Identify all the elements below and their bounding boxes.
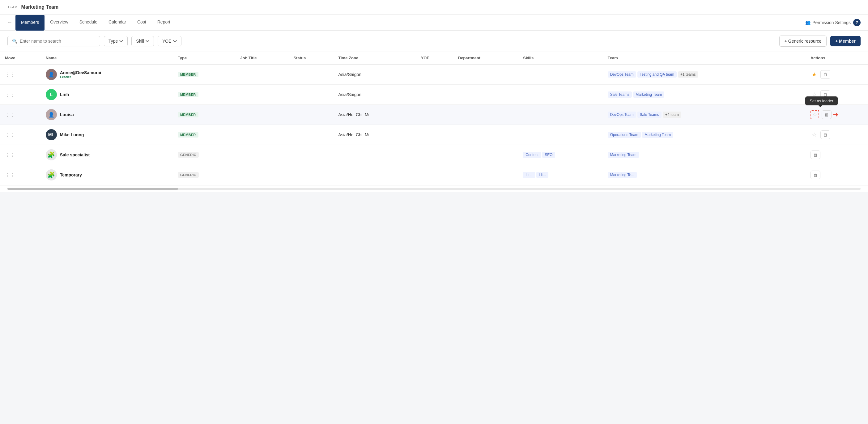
avatar: L — [46, 89, 57, 100]
drag-cell: ⋮⋮ — [0, 64, 41, 85]
drag-handle[interactable]: ⋮⋮ — [5, 152, 15, 158]
col-jobtitle: Job Title — [235, 52, 288, 64]
generic-resource-button[interactable]: + Generic resource — [779, 36, 827, 47]
skills-td: ContentSEO — [518, 145, 602, 165]
drag-handle[interactable]: ⋮⋮ — [5, 172, 15, 178]
skill-filter-button[interactable]: Skill — [131, 36, 154, 46]
member-name: Annie@DevSamurai — [60, 70, 101, 75]
skill-tag: Content — [523, 152, 541, 158]
col-skills: Skills — [518, 52, 602, 64]
table-header-row: Move Name Type Job Title Status Time Zon… — [0, 52, 868, 64]
department-cell — [453, 64, 518, 85]
team-tag: DevOps Team — [608, 111, 636, 118]
drag-handle[interactable]: ⋮⋮ — [5, 132, 15, 137]
type-cell: GENERIC — [173, 165, 235, 185]
team-tag: Testing and QA team — [638, 71, 677, 77]
permission-settings-button[interactable]: 👥 Permission Settings — [805, 20, 851, 25]
teams-td: Sale TeamsMarketing Team — [603, 85, 806, 105]
arrow-indicator: ➜ — [833, 111, 838, 119]
tab-report[interactable]: Report — [152, 14, 176, 30]
tab-cost[interactable]: Cost — [132, 14, 152, 30]
delete-button[interactable]: 🗑 — [820, 70, 830, 79]
department-cell — [453, 125, 518, 145]
search-icon: 🔍 — [12, 39, 17, 43]
table-row: ⋮⋮ ML Mike Luong MEMBER Asia/Ho_Chi_Mi O… — [0, 125, 868, 145]
team-title: Marketing Team — [21, 4, 59, 10]
back-button[interactable]: ← — [7, 15, 16, 30]
name-info: Sale specialist — [60, 152, 90, 157]
nav-bar: ← Members Overview Schedule Calendar Cos… — [0, 14, 868, 31]
jobtitle-cell — [235, 125, 288, 145]
scroll-thumb — [7, 188, 178, 190]
name-cell: L Linh — [41, 85, 173, 105]
col-timezone: Time Zone — [333, 52, 416, 64]
col-type: Type — [173, 52, 235, 64]
col-department: Department — [453, 52, 518, 64]
tab-calendar[interactable]: Calendar — [103, 14, 132, 30]
name-info: Annie@DevSamurai Leader — [60, 70, 101, 79]
drag-handle[interactable]: ⋮⋮ — [5, 92, 15, 97]
status-cell — [288, 125, 333, 145]
yoe-filter-button[interactable]: YOE — [158, 36, 182, 46]
star-button[interactable]: ☆ — [810, 130, 818, 139]
people-icon: 👥 — [805, 20, 810, 25]
delete-button[interactable]: 🗑 — [810, 171, 820, 179]
members-table: Move Name Type Job Title Status Time Zon… — [0, 52, 868, 185]
status-cell — [288, 145, 333, 165]
add-member-button[interactable]: + Member — [830, 36, 861, 46]
team-label: TEAM — [7, 5, 18, 9]
jobtitle-cell — [235, 165, 288, 185]
drag-handle[interactable]: ⋮⋮ — [5, 72, 15, 77]
actions-td: 🗑 — [806, 145, 868, 165]
drag-cell: ⋮⋮ — [0, 85, 41, 105]
type-cell: GENERIC — [173, 145, 235, 165]
team-tag: DevOps Team — [608, 71, 636, 77]
timezone-cell — [333, 165, 416, 185]
timezone-cell — [333, 145, 416, 165]
teams-td: DevOps TeamTesting and QA team+1 teams — [603, 64, 806, 85]
status-cell — [288, 105, 333, 125]
member-name: Sale specialist — [60, 152, 90, 157]
skills-cell: Lit...Lit... — [523, 172, 597, 178]
search-input[interactable] — [20, 39, 82, 43]
table-row: ⋮⋮ 👤 Annie@DevSamurai Leader MEMBER Asia… — [0, 64, 868, 85]
skills-td: Lit...Lit... — [518, 165, 602, 185]
drag-cell: ⋮⋮ — [0, 105, 41, 125]
name-cell: 👤 Louisa — [41, 105, 173, 125]
yoe-filter-label: YOE — [162, 39, 172, 43]
tab-overview[interactable]: Overview — [44, 14, 73, 30]
delete-button[interactable]: 🗑 — [822, 110, 832, 119]
toolbar: 🔍 Type Skill YOE + Generic resource + Me… — [0, 31, 868, 52]
member-name: Mike Luong — [60, 132, 84, 137]
type-filter-button[interactable]: Type — [104, 36, 128, 46]
drag-handle[interactable]: ⋮⋮ — [5, 112, 15, 118]
yoe-cell — [416, 105, 453, 125]
type-cell: MEMBER — [173, 125, 235, 145]
skills-td — [518, 105, 602, 125]
delete-button[interactable]: 🗑 — [810, 151, 820, 159]
teams-td: Marketing Te... — [603, 165, 806, 185]
col-status: Status — [288, 52, 333, 64]
type-badge: MEMBER — [178, 132, 198, 137]
nav-right: 👥 Permission Settings ? — [805, 19, 861, 26]
star-button[interactable]: ★ — [810, 70, 818, 79]
timezone-cell: Asia/Ho_Chi_Mi — [333, 125, 416, 145]
team-tag: Marketing Team — [608, 152, 639, 158]
set-leader-button[interactable]: ☆ — [810, 110, 819, 119]
delete-button[interactable]: 🗑 — [820, 130, 830, 139]
name-info: Mike Luong — [60, 132, 84, 137]
actions-td: 🗑 — [806, 165, 868, 185]
tab-schedule[interactable]: Schedule — [74, 14, 103, 30]
type-badge: MEMBER — [178, 112, 198, 118]
tooltip-wrap: Set as leader ☆ — [810, 110, 819, 119]
avatar: 🧩 — [46, 149, 57, 160]
teams-td: Marketing Team — [603, 145, 806, 165]
scroll-track[interactable] — [7, 188, 861, 190]
tab-members[interactable]: Members — [16, 15, 44, 31]
type-badge: MEMBER — [178, 72, 198, 77]
help-button[interactable]: ? — [853, 19, 861, 26]
action-cell: ★🗑 — [810, 70, 863, 79]
member-name: Louisa — [60, 112, 74, 117]
jobtitle-cell — [235, 64, 288, 85]
table-row: ⋮⋮ 🧩 Sale specialist GENERIC ContentSEO … — [0, 145, 868, 165]
